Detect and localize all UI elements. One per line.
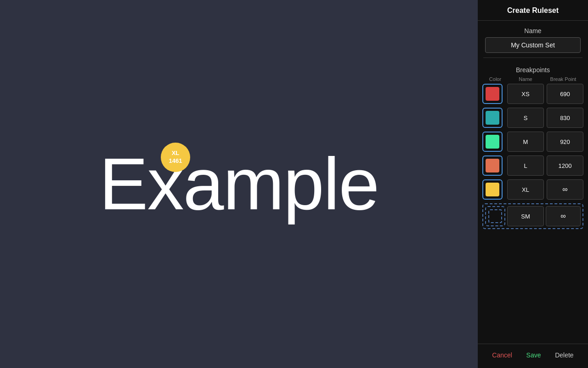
name-section-label: Name	[478, 21, 588, 37]
color-picker-button[interactable]	[482, 155, 503, 176]
ruleset-name-input[interactable]	[485, 37, 581, 53]
bp-row	[482, 179, 583, 200]
panel-title: Create Ruleset	[478, 0, 588, 21]
col-name: Name	[509, 76, 542, 82]
badge-value: 1461	[169, 157, 182, 165]
color-swatch	[488, 209, 502, 223]
bp-name-input[interactable]	[507, 206, 544, 226]
bp-value-input[interactable]	[547, 108, 583, 128]
save-button[interactable]: Save	[523, 350, 545, 361]
breakpoints-section-label: Breakpoints	[478, 60, 588, 76]
main-canvas: XL 1461 Example	[0, 0, 478, 368]
delete-button[interactable]: Delete	[551, 350, 577, 361]
color-picker-button[interactable]	[485, 206, 505, 226]
color-swatch	[486, 87, 499, 101]
bp-value-input[interactable]	[546, 206, 581, 226]
bp-name-input[interactable]	[507, 84, 544, 104]
example-text: Example	[99, 142, 379, 226]
badge-label: XL	[172, 150, 180, 157]
cancel-button[interactable]: Cancel	[488, 350, 516, 361]
breakpoint-badge: XL 1461	[161, 143, 190, 172]
col-breakpoint: Break Point	[545, 76, 582, 82]
color-swatch	[486, 111, 499, 125]
col-color: Color	[484, 76, 506, 82]
bp-name-input[interactable]	[507, 108, 544, 128]
bp-value-input[interactable]	[547, 155, 583, 176]
bp-value-input[interactable]	[547, 84, 583, 104]
color-picker-button[interactable]	[482, 108, 503, 128]
color-picker-button[interactable]	[482, 84, 503, 104]
color-swatch	[486, 135, 499, 149]
bp-name-input[interactable]	[507, 155, 544, 176]
color-swatch	[486, 183, 499, 196]
color-picker-button[interactable]	[482, 132, 503, 152]
bp-name-input[interactable]	[507, 179, 544, 200]
bp-row	[482, 203, 583, 229]
actions-row: Cancel Save Delete	[478, 344, 588, 368]
bp-row	[482, 132, 583, 152]
right-panel: Create Ruleset Name Breakpoints Color Na…	[478, 0, 588, 368]
color-swatch	[486, 159, 499, 172]
bp-row	[482, 155, 583, 176]
bp-value-input[interactable]	[547, 179, 583, 200]
bp-value-input[interactable]	[547, 132, 583, 152]
bp-rows-container	[482, 84, 583, 229]
bp-header: Color Name Break Point	[482, 76, 583, 84]
name-input-wrapper	[478, 37, 588, 58]
breakpoints-section: Color Name Break Point	[478, 76, 588, 342]
bp-row	[482, 84, 583, 104]
bp-row	[482, 108, 583, 128]
color-picker-button[interactable]	[482, 179, 503, 200]
bp-name-input[interactable]	[507, 132, 544, 152]
